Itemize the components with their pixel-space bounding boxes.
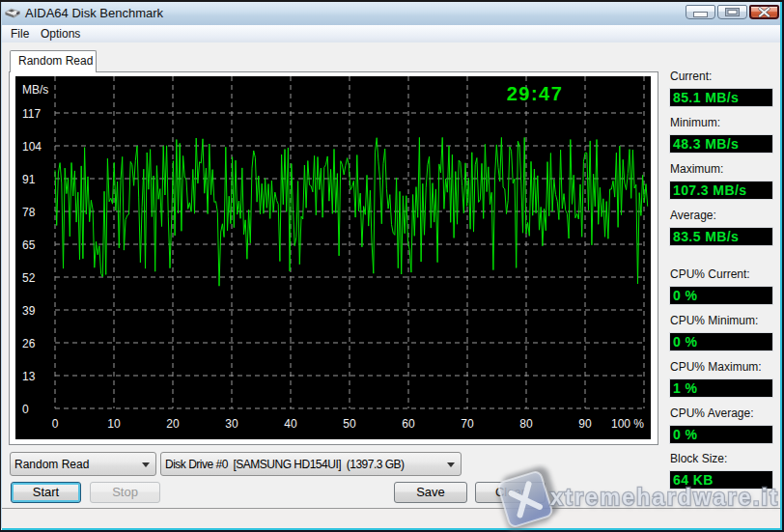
svg-text:0: 0 bbox=[52, 417, 59, 431]
svg-text:78: 78 bbox=[22, 206, 36, 219]
svg-text:MB/s: MB/s bbox=[22, 83, 48, 97]
svg-text:40: 40 bbox=[284, 417, 297, 431]
svg-text:30: 30 bbox=[225, 417, 238, 431]
svg-text:39: 39 bbox=[22, 304, 36, 318]
svg-text:0: 0 bbox=[22, 403, 29, 416]
svg-text:100 %: 100 % bbox=[611, 417, 644, 431]
svg-text:26: 26 bbox=[22, 337, 36, 350]
svg-text:20: 20 bbox=[166, 417, 180, 431]
svg-text:117: 117 bbox=[22, 107, 41, 121]
svg-text:13: 13 bbox=[22, 370, 36, 383]
svg-text:10: 10 bbox=[107, 417, 121, 431]
svg-text:29:47: 29:47 bbox=[507, 83, 564, 104]
svg-text:60: 60 bbox=[402, 417, 415, 431]
svg-text:65: 65 bbox=[22, 238, 36, 252]
svg-text:xtremehardware.it: xtremehardware.it bbox=[550, 485, 779, 510]
svg-text:91: 91 bbox=[22, 173, 36, 186]
svg-text:50: 50 bbox=[343, 417, 356, 431]
svg-text:52: 52 bbox=[22, 271, 36, 285]
svg-text:90: 90 bbox=[578, 417, 592, 431]
svg-text:80: 80 bbox=[519, 417, 533, 431]
svg-text:70: 70 bbox=[461, 417, 474, 431]
svg-text:104: 104 bbox=[22, 140, 42, 154]
